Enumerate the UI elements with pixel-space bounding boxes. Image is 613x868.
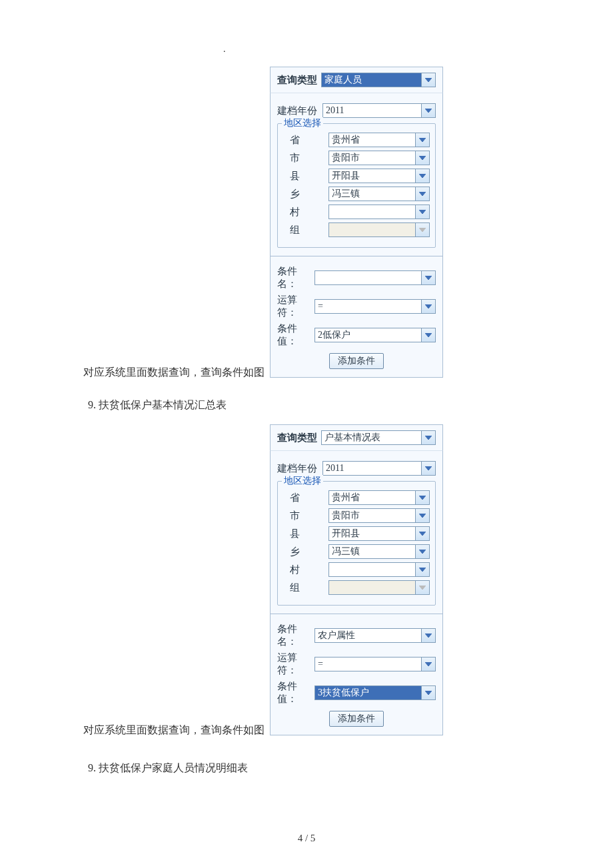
query-type-label: 查询类型 xyxy=(277,74,317,87)
chevron-down-icon xyxy=(415,580,430,595)
county-value: 开阳县 xyxy=(328,526,415,541)
cond-val-label: 条件值： xyxy=(277,322,314,348)
cond-name-label: 条件名： xyxy=(277,265,314,290)
cond-name-select[interactable]: 农户属性 xyxy=(314,628,436,643)
county-label: 县 xyxy=(283,170,328,183)
cond-op-value: = xyxy=(314,299,421,314)
group-label: 组 xyxy=(283,582,328,594)
chevron-down-icon xyxy=(415,508,430,523)
chevron-down-icon xyxy=(415,544,430,559)
group-label: 组 xyxy=(283,224,328,236)
cond-val-value: 2低保户 xyxy=(314,328,421,342)
province-label: 省 xyxy=(283,134,328,147)
year-select[interactable]: 2011 xyxy=(322,103,436,118)
village-select[interactable] xyxy=(328,562,430,577)
cond-name-value: 农户属性 xyxy=(314,628,421,643)
chevron-down-icon xyxy=(421,430,436,445)
cond-op-label: 运算符： xyxy=(277,294,314,319)
year-value: 2011 xyxy=(322,461,421,476)
town-value: 冯三镇 xyxy=(328,187,415,201)
section-title-9b: 9. 扶贫低保户家庭人员情况明细表 xyxy=(88,761,533,775)
province-value: 贵州省 xyxy=(328,133,415,147)
chevron-down-icon xyxy=(421,103,436,118)
query-type-bar: 查询类型 户基本情况表 xyxy=(270,424,443,451)
cond-val-label: 条件值： xyxy=(277,680,314,705)
town-label: 乡 xyxy=(283,546,328,558)
group-value xyxy=(328,222,415,237)
village-value xyxy=(328,205,415,219)
city-value: 贵阳市 xyxy=(328,151,415,165)
city-value: 贵阳市 xyxy=(328,508,415,523)
province-select[interactable]: 贵州省 xyxy=(328,133,430,147)
query-form-2: 查询类型 户基本情况表 建档年份 2011 地区选择 省 贵州省 市 贵阳市 xyxy=(270,424,443,735)
county-select[interactable]: 开阳县 xyxy=(328,526,430,541)
group-select[interactable] xyxy=(328,222,430,237)
stray-dot: . xyxy=(223,44,226,55)
group-value xyxy=(328,580,415,595)
chevron-down-icon xyxy=(415,133,430,147)
query-type-bar: 查询类型 家庭人员 xyxy=(270,67,443,93)
province-select[interactable]: 贵州省 xyxy=(328,490,430,505)
year-label: 建档年份 xyxy=(277,105,322,117)
town-select[interactable]: 冯三镇 xyxy=(328,544,430,559)
town-select[interactable]: 冯三镇 xyxy=(328,187,430,201)
chevron-down-icon xyxy=(415,205,430,219)
chevron-down-icon xyxy=(421,461,436,476)
cond-name-value xyxy=(314,270,421,285)
province-value: 贵州省 xyxy=(328,490,415,505)
chevron-down-icon xyxy=(415,187,430,201)
query-type-value: 户基本情况表 xyxy=(321,430,421,445)
village-label: 村 xyxy=(283,564,328,576)
chevron-down-icon xyxy=(415,526,430,541)
condition-panel: 条件名： 农户属性 运算符： = 条件值： 3扶贫低保户 添加条件 xyxy=(270,614,443,735)
query-main-panel: 建档年份 2011 地区选择 省 贵州省 市 贵阳市 县 开阳县 乡 冯三镇 村 xyxy=(270,93,443,256)
chevron-down-icon xyxy=(421,328,436,342)
cond-op-label: 运算符： xyxy=(277,651,314,677)
village-label: 村 xyxy=(283,206,328,218)
chevron-down-icon xyxy=(421,299,436,314)
town-value: 冯三镇 xyxy=(328,544,415,559)
region-legend: 地区选择 xyxy=(282,475,323,487)
year-value: 2011 xyxy=(322,103,421,118)
add-condition-button[interactable]: 添加条件 xyxy=(329,353,384,369)
cond-val-select[interactable]: 3扶贫低保户 xyxy=(314,685,436,700)
city-label: 市 xyxy=(283,510,328,522)
query-main-panel: 建档年份 2011 地区选择 省 贵州省 市 贵阳市 县 开阳县 乡 冯三镇 村 xyxy=(270,451,443,614)
chevron-down-icon xyxy=(421,73,436,87)
chevron-down-icon xyxy=(421,628,436,643)
chevron-down-icon xyxy=(415,490,430,505)
city-select[interactable]: 贵阳市 xyxy=(328,508,430,523)
cond-op-select[interactable]: = xyxy=(314,657,436,671)
chevron-down-icon xyxy=(421,685,436,700)
county-label: 县 xyxy=(283,528,328,540)
town-label: 乡 xyxy=(283,188,328,201)
query-type-select[interactable]: 家庭人员 xyxy=(321,73,436,87)
query-type-select[interactable]: 户基本情况表 xyxy=(321,430,436,445)
chevron-down-icon xyxy=(421,270,436,285)
chevron-down-icon xyxy=(421,657,436,671)
province-label: 省 xyxy=(283,492,328,504)
cond-val-value: 3扶贫低保户 xyxy=(314,685,421,700)
city-label: 市 xyxy=(283,152,328,165)
region-fieldset: 地区选择 省 贵州省 市 贵阳市 县 开阳县 乡 冯三镇 村 组 xyxy=(277,481,436,606)
year-label: 建档年份 xyxy=(277,462,322,475)
group-select[interactable] xyxy=(328,580,430,595)
cond-name-label: 条件名： xyxy=(277,623,314,648)
query-type-value: 家庭人员 xyxy=(321,73,421,87)
query-form-1: 查询类型 家庭人员 建档年份 2011 地区选择 省 贵州省 市 贵阳市 县 xyxy=(270,67,443,378)
cond-op-value: = xyxy=(314,657,421,671)
village-select[interactable] xyxy=(328,205,430,219)
city-select[interactable]: 贵阳市 xyxy=(328,151,430,165)
section-title-9a: 9. 扶贫低保户基本情况汇总表 xyxy=(88,398,533,412)
county-select[interactable]: 开阳县 xyxy=(328,169,430,183)
cond-op-select[interactable]: = xyxy=(314,299,436,314)
village-value xyxy=(328,562,415,577)
year-select[interactable]: 2011 xyxy=(322,461,436,476)
cond-name-select[interactable] xyxy=(314,270,436,285)
add-condition-button[interactable]: 添加条件 xyxy=(329,711,384,727)
page-number: 4 / 5 xyxy=(0,833,613,844)
chevron-down-icon xyxy=(415,562,430,577)
query-type-label: 查询类型 xyxy=(277,432,317,444)
cond-val-select[interactable]: 2低保户 xyxy=(314,328,436,342)
county-value: 开阳县 xyxy=(328,169,415,183)
